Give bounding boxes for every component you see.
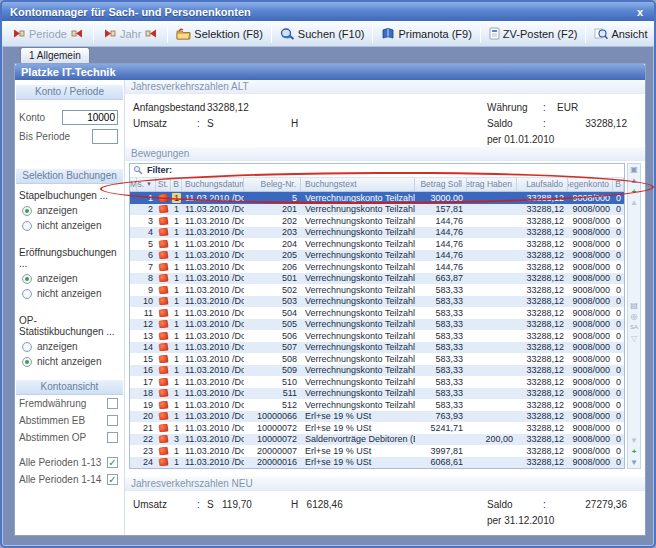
zv-posten-button[interactable]: ZV-Posten (F2) xyxy=(484,25,583,42)
table-row[interactable]: 14111.03.2010 /Do507Verrechnungskonto Te… xyxy=(130,342,624,354)
cell: 11.03.2010 /Do xyxy=(182,285,244,295)
group-konto-periode: Konto / Periode xyxy=(16,84,123,100)
table-row[interactable]: 10111.03.2010 /Do503Verrechnungskonto Te… xyxy=(130,296,624,308)
stamp-icon xyxy=(156,412,171,420)
table-row[interactable]: 16111.03.2010 /Do509Verrechnungskonto Te… xyxy=(130,365,624,377)
zoom-row-icon[interactable]: ◎ xyxy=(631,311,638,322)
ansicht-button[interactable]: Ansicht xyxy=(589,25,652,42)
col-st[interactable]: St. xyxy=(156,178,171,191)
cell: 23 xyxy=(137,446,156,456)
cell: 33288,12 xyxy=(517,434,568,444)
periode-prev-button[interactable] xyxy=(11,27,26,40)
table-row[interactable]: 23111.03.2010 /Do20000007Erl+se 19 % USt… xyxy=(130,445,624,457)
cell: 18 xyxy=(137,388,156,398)
add-row-icon[interactable]: + xyxy=(632,186,637,197)
cell: 9008/000 xyxy=(568,354,613,364)
table-row[interactable]: 17111.03.2010 /Do510Verrechnungskonto Te… xyxy=(130,376,624,388)
table-row[interactable]: 24111.03.2010 /Do20000016Erl+se 19 % USt… xyxy=(130,457,624,469)
append-row-icon[interactable]: + xyxy=(632,446,637,457)
col-betrag-haben[interactable]: Betrag Haben xyxy=(467,178,517,191)
col-b[interactable]: B xyxy=(171,178,182,191)
close-button[interactable]: x xyxy=(634,6,646,18)
col-beleg-nr[interactable]: Beleg-Nr. xyxy=(244,178,301,191)
grid-view-icon[interactable]: ▤ xyxy=(630,300,638,311)
suchen-button[interactable]: Suchen (F10) xyxy=(275,25,370,42)
table-row[interactable]: 9111.03.2010 /Do502Verrechnungskonto Tei… xyxy=(130,284,624,296)
col-pos[interactable]: Pos.▼ xyxy=(137,178,156,191)
cell: 11.03.2010 /Do xyxy=(182,400,244,410)
grid-filter-row[interactable]: Filter: xyxy=(130,164,624,178)
table-row[interactable]: 20111.03.2010 /Do10000066Erl+se 19 % USt… xyxy=(130,411,624,423)
radio-anzeigen[interactable] xyxy=(22,342,32,352)
table-row[interactable]: 5111.03.2010 /Do204Verrechnungskonto Tei… xyxy=(130,238,624,250)
col-betrag-soll[interactable]: Betrag Soll xyxy=(415,178,467,191)
cell: 583,33 xyxy=(415,354,467,364)
cell: 11.03.2010 /Do xyxy=(182,446,244,456)
cell: 33288,12 xyxy=(517,296,568,306)
cell: 33288,12 xyxy=(517,377,568,387)
cell: 11.03.2010 /Do xyxy=(182,354,244,364)
col-gegenkonto[interactable]: Gegenkonto xyxy=(568,178,613,191)
radio-nicht-anzeigen[interactable] xyxy=(22,289,32,299)
radio-nicht-anzeigen[interactable] xyxy=(22,221,32,231)
cell: 16 xyxy=(137,365,156,375)
table-row[interactable]: 13111.03.2010 /Do506Verrechnungskonto Te… xyxy=(130,330,624,342)
scroll-down-icon[interactable]: ▼ xyxy=(630,435,638,446)
col-b2[interactable]: B xyxy=(613,178,624,191)
table-row[interactable]: 2111.03.2010 /Do201Verrechnungskonto Tei… xyxy=(130,204,624,216)
col-m[interactable]: M xyxy=(130,178,137,191)
table-row[interactable]: 4111.03.2010 /Do203Verrechnungskonto Tei… xyxy=(130,227,624,239)
jahr-next-button[interactable] xyxy=(144,27,159,40)
cell: 11.03.2010 /Do xyxy=(182,308,244,318)
cell: 9008/000 xyxy=(568,227,613,237)
periode-next-button[interactable] xyxy=(70,27,85,40)
bis-periode-input[interactable] xyxy=(92,129,118,144)
selektion-button[interactable]: Selektion (F8) xyxy=(171,26,267,42)
radio-anzeigen[interactable] xyxy=(22,206,32,216)
cell: 6068,61 xyxy=(415,457,467,467)
table-row[interactable]: 12111.03.2010 /Do505Verrechnungskonto Te… xyxy=(130,319,624,331)
column-chooser-icon[interactable]: ▣ xyxy=(630,164,638,175)
cell: 9008/000 xyxy=(568,365,613,375)
table-row[interactable]: 22311.03.2010 /Do10000072Saldenvorträge … xyxy=(130,434,624,446)
table-row[interactable]: 8111.03.2010 /Do501Verrechnungskonto Tei… xyxy=(130,273,624,285)
scroll-bottom-icon[interactable]: ▼ xyxy=(630,457,638,468)
cell: 1 xyxy=(171,308,182,318)
sa-button[interactable]: SA xyxy=(630,322,638,333)
radio-anzeigen[interactable] xyxy=(22,274,32,284)
scroll-up-icon[interactable]: ▲ xyxy=(630,197,638,208)
table-row[interactable]: 15111.03.2010 /Do508Verrechnungskonto Te… xyxy=(130,353,624,365)
table-row[interactable]: 6111.03.2010 /Do205Verrechnungskonto Tei… xyxy=(130,250,624,262)
table-row[interactable]: 1111.03.2010 /Do5Verrechnungskonto Teilz… xyxy=(130,192,624,204)
alle-perioden-14-checkbox[interactable] xyxy=(107,474,118,485)
cell: 33288,12 xyxy=(517,273,568,283)
table-row[interactable]: 18111.03.2010 /Do511Verrechnungskonto Te… xyxy=(130,388,624,400)
table-row[interactable]: 3111.03.2010 /Do202Verrechnungskonto Tei… xyxy=(130,215,624,227)
radio-nicht-anzeigen[interactable] xyxy=(22,357,32,367)
stamp-icon xyxy=(156,320,171,328)
stamp-icon xyxy=(156,343,171,351)
col-buchungsdatum[interactable]: Buchungsdatum xyxy=(182,178,244,191)
bewegungen-section-title: Bewegungen xyxy=(125,147,645,161)
alle-perioden-13-checkbox[interactable] xyxy=(107,457,118,468)
abstimmen-op-checkbox[interactable] xyxy=(107,432,118,443)
table-row[interactable]: 7111.03.2010 /Do206Verrechnungskonto Tei… xyxy=(130,261,624,273)
scroll-top-icon[interactable]: ▲ xyxy=(630,175,638,186)
col-buchungstext[interactable]: Buchungstext xyxy=(301,178,415,191)
cell: Verrechnungskonto Teilzahlungen xyxy=(301,262,415,272)
fremdwaehrung-checkbox[interactable] xyxy=(107,398,118,409)
primanota-button[interactable]: Primanota (F9) xyxy=(376,25,476,42)
tab-allgemein[interactable]: 1 Allgemein xyxy=(20,47,90,63)
filter-label: Filter: xyxy=(147,165,172,175)
stamp-icon xyxy=(156,194,171,202)
konto-input[interactable] xyxy=(62,110,118,125)
cell: 9008/000 xyxy=(568,308,613,318)
table-row[interactable]: 19111.03.2010 /Do512Verrechnungskonto Te… xyxy=(130,399,624,411)
table-row[interactable]: 11111.03.2010 /Do504Verrechnungskonto Te… xyxy=(130,307,624,319)
table-row[interactable]: 21111.03.2010 /Do10000072Erl+se 19 % USt… xyxy=(130,422,624,434)
filter-funnel-icon[interactable]: ▽ xyxy=(631,333,637,344)
jahr-prev-button[interactable] xyxy=(102,27,117,40)
abstimmen-eb-checkbox[interactable] xyxy=(107,415,118,426)
col-laufsaldo[interactable]: Laufsaldo xyxy=(517,178,568,191)
cell: 5 xyxy=(137,239,156,249)
